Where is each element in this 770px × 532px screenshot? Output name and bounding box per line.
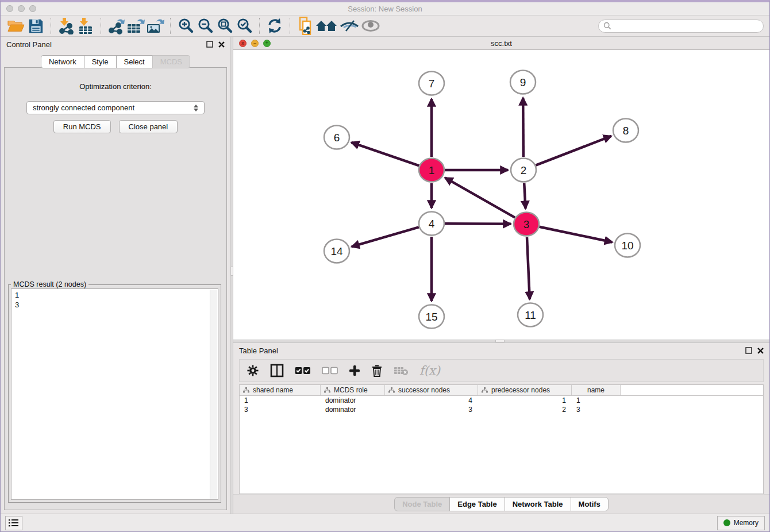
column-header-name[interactable]: name (572, 385, 621, 395)
table-tabs-bar: Node Table Edge Table Network Table Moti… (233, 494, 769, 514)
cell-predecessor-nodes[interactable]: 2 (478, 405, 572, 414)
open-session-icon[interactable] (6, 17, 26, 34)
tab-select[interactable]: Select (116, 55, 153, 68)
table-row[interactable]: 1 dominator 4 1 1 (240, 396, 763, 405)
column-header-mcds-role[interactable]: MCDS role (321, 385, 385, 395)
cell-name[interactable]: 1 (572, 396, 621, 405)
cell-successor-nodes[interactable]: 3 (385, 405, 478, 414)
gear-icon[interactable] (247, 364, 259, 377)
float-panel-icon[interactable] (206, 41, 213, 48)
close-panel-icon[interactable] (218, 41, 225, 48)
mcds-result-area[interactable]: 1 3 (11, 288, 218, 500)
add-icon[interactable] (349, 365, 360, 376)
chevron-up-down-icon (194, 105, 198, 111)
cell-predecessor-nodes[interactable]: 1 (478, 396, 572, 405)
horizontal-splitter[interactable] (233, 340, 769, 343)
column-header-shared-name[interactable]: shared name (240, 385, 321, 395)
network-window-title: scc.txt (233, 39, 769, 48)
window-title: Session: New Session (1, 5, 769, 13)
cell-name[interactable]: 3 (572, 405, 621, 414)
graph-edge[interactable] (445, 178, 515, 217)
export-table-icon[interactable] (126, 17, 145, 34)
column-type-icon (243, 387, 249, 393)
zoom-out-icon[interactable] (195, 17, 215, 34)
run-mcds-button[interactable]: Run MCDS (53, 120, 111, 133)
network-window-titlebar: x – + scc.txt (233, 37, 769, 50)
memory-button[interactable]: Memory (717, 516, 765, 530)
memory-status-icon (723, 519, 730, 526)
graph-edge[interactable] (524, 183, 525, 209)
tab-motifs[interactable]: Motifs (571, 497, 609, 511)
tab-network-table[interactable]: Network Table (505, 497, 571, 511)
network-canvas[interactable]: 7968124314101511 (233, 50, 769, 340)
search-input[interactable] (614, 22, 759, 30)
clone-network-icon[interactable] (295, 17, 315, 34)
zoom-selected-icon[interactable] (234, 17, 254, 34)
select-all-icon[interactable] (295, 367, 311, 375)
export-network-icon[interactable] (106, 17, 126, 34)
graph-edge[interactable] (352, 227, 419, 246)
save-session-icon[interactable] (26, 17, 45, 34)
graph-node-label: 1 (429, 164, 435, 176)
export-image-icon[interactable] (145, 17, 165, 34)
graph-edge[interactable] (527, 237, 530, 299)
task-history-button[interactable] (5, 516, 22, 530)
import-network-icon[interactable] (56, 17, 76, 34)
minimize-network-icon[interactable]: – (251, 40, 259, 47)
optimization-criterion-label: Optimization criterion: (5, 82, 226, 91)
result-scrollbar[interactable] (210, 290, 217, 499)
toolbar-separator (51, 18, 51, 34)
graph-edge[interactable] (540, 227, 613, 242)
float-panel-icon[interactable] (745, 347, 752, 354)
cell-shared-name[interactable]: 3 (240, 405, 321, 414)
optimization-criterion-select[interactable]: strongly connected component (26, 101, 205, 114)
table-panel-title: Table Panel (239, 346, 278, 355)
column-header-successor-nodes[interactable]: successor nodes (385, 385, 478, 395)
show-eye-icon[interactable] (361, 17, 380, 34)
close-panel-button[interactable]: Close panel (119, 120, 178, 133)
mcds-result-title: MCDS result (2 nodes) (11, 280, 88, 288)
cell-mcds-role[interactable]: dominator (321, 405, 385, 414)
toolbar-separator (170, 18, 171, 34)
search-box[interactable] (598, 20, 764, 33)
tab-network[interactable]: Network (41, 55, 84, 68)
column-type-icon (482, 387, 488, 393)
tab-style[interactable]: Style (84, 55, 117, 68)
splitter-grip[interactable] (495, 340, 505, 342)
refresh-layout-icon[interactable] (265, 17, 284, 34)
import-table-icon[interactable] (76, 17, 95, 34)
columns-icon[interactable] (270, 364, 284, 377)
tab-mcds[interactable]: MCDS (152, 55, 190, 68)
column-header-predecessor-nodes[interactable]: predecessor nodes (478, 385, 572, 395)
cell-mcds-role[interactable]: dominator (321, 396, 385, 405)
table-row[interactable]: 3 dominator 3 2 3 (240, 405, 763, 414)
tab-node-table[interactable]: Node Table (394, 497, 450, 511)
delete-icon[interactable] (371, 364, 383, 377)
node-table: shared name MCDS role successor nodes (239, 384, 764, 494)
graph-edge[interactable] (536, 136, 611, 165)
graph-edge[interactable] (445, 223, 511, 224)
graph-edge[interactable] (523, 98, 523, 157)
dropdown-value: strongly connected component (33, 103, 134, 112)
maximize-network-icon[interactable]: + (263, 40, 271, 47)
table-header-row: shared name MCDS role successor nodes (240, 385, 763, 396)
graph-node-label: 9 (520, 76, 526, 88)
hide-panel-eye-icon[interactable] (338, 17, 361, 34)
memory-label: Memory (734, 519, 759, 527)
close-network-icon[interactable]: x (239, 40, 247, 47)
delete-table-icon[interactable] (394, 365, 409, 376)
zoom-fit-icon[interactable] (215, 17, 234, 34)
cell-shared-name[interactable]: 1 (240, 396, 321, 405)
home-icon[interactable] (315, 17, 338, 34)
cell-successor-nodes[interactable]: 4 (385, 396, 478, 405)
tab-edge-table[interactable]: Edge Table (449, 497, 505, 511)
deselect-all-icon[interactable] (322, 367, 338, 375)
function-builder-icon[interactable]: f(x) (419, 364, 440, 377)
zoom-in-icon[interactable] (176, 17, 195, 34)
column-type-icon (388, 387, 395, 393)
close-panel-icon[interactable] (757, 348, 764, 354)
toolbar-separator (101, 18, 101, 34)
graph-edge[interactable] (352, 142, 419, 166)
app-window: Session: New Session (0, 0, 770, 532)
control-panel-title: Control Panel (6, 40, 52, 49)
